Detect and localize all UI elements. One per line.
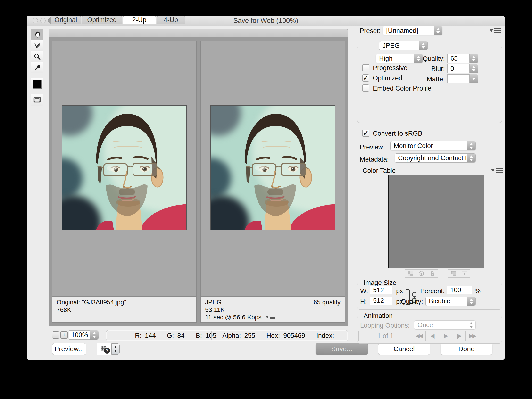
r-value: 144 bbox=[145, 332, 156, 340]
height-input[interactable] bbox=[370, 297, 392, 305]
optimized-checkbox[interactable]: ✓ bbox=[362, 74, 369, 82]
hex-value: 905469 bbox=[283, 332, 305, 340]
blur-input[interactable] bbox=[447, 64, 470, 73]
browser-list-stepper[interactable] bbox=[111, 343, 120, 355]
last-frame-button: ▶▶ bbox=[466, 331, 479, 341]
tab-original[interactable]: Original bbox=[50, 16, 81, 24]
hand-icon bbox=[33, 30, 41, 38]
percent-unit: % bbox=[475, 287, 481, 295]
quality-stepper-icon[interactable] bbox=[470, 54, 478, 63]
convert-srgb-checkbox[interactable]: ✓ bbox=[362, 130, 369, 137]
original-info-bar: Original: "GJ3A8954.jpg" 768K bbox=[52, 296, 196, 322]
slices-visibility-icon bbox=[33, 96, 41, 104]
preset-select[interactable]: [Unnamed] bbox=[383, 26, 442, 35]
zoom-in-button[interactable]: + bbox=[60, 331, 68, 339]
browser-preview-select-button[interactable]: ? bbox=[97, 343, 111, 355]
cancel-button[interactable]: Cancel bbox=[378, 343, 430, 355]
tab-4up[interactable]: 4-Up bbox=[157, 16, 185, 24]
g-label: G: bbox=[167, 332, 174, 340]
current-color-swatch bbox=[33, 80, 42, 89]
percent-label: Percent: bbox=[415, 287, 445, 295]
new-page-icon bbox=[451, 271, 456, 276]
original-preview-panel[interactable]: Original: "GJ3A8954.jpg" 768K bbox=[52, 41, 197, 323]
embed-color-profile-checkbox[interactable] bbox=[362, 84, 369, 92]
optimized-preview-panel[interactable]: JPEG 65 quality 53.11K 11 sec @ 56.6 Kbp… bbox=[200, 41, 345, 323]
color-table-menu-icon[interactable] bbox=[490, 168, 504, 173]
progressive-checkbox[interactable] bbox=[362, 64, 369, 71]
tab-2up[interactable]: 2-Up bbox=[123, 16, 156, 24]
original-image-area[interactable] bbox=[52, 41, 196, 296]
color-table-title: Color Table bbox=[360, 167, 398, 175]
preview-in-browser-button[interactable]: Preview... bbox=[52, 343, 86, 355]
preview-mode-select[interactable]: Monitor Color bbox=[390, 141, 476, 150]
trash-icon bbox=[462, 271, 467, 276]
blur-stepper-field bbox=[447, 64, 478, 73]
optimized-info-bar: JPEG 65 quality 53.11K 11 sec @ 56.6 Kbp… bbox=[201, 296, 345, 322]
optimized-format: JPEG bbox=[205, 299, 222, 306]
color-table-toolbar-2 bbox=[448, 269, 470, 278]
width-input[interactable] bbox=[370, 286, 392, 294]
new-color-button[interactable] bbox=[448, 269, 459, 278]
readout-divider bbox=[211, 331, 212, 340]
zoom-out-button[interactable]: − bbox=[52, 331, 59, 339]
save-button[interactable]: Save... bbox=[316, 343, 368, 355]
slice-select-tool-button[interactable] bbox=[31, 40, 43, 51]
quality-label: Quality: bbox=[416, 55, 445, 63]
matte-dropdown-icon[interactable] bbox=[470, 74, 478, 83]
quality-stepper-field bbox=[447, 54, 478, 63]
toggle-slices-visibility-button[interactable] bbox=[31, 94, 43, 106]
download-speed-menu-icon[interactable] bbox=[266, 316, 275, 319]
rgb-readout: R: 144 G: 84 B: 105 bbox=[135, 332, 216, 340]
image-size-title: Image Size bbox=[361, 279, 399, 287]
resample-quality-select[interactable]: Bicubic bbox=[425, 297, 476, 306]
hand-tool-button[interactable] bbox=[31, 29, 43, 40]
eyedropper-tool-button[interactable] bbox=[31, 62, 43, 73]
lock-icon bbox=[429, 271, 435, 276]
g-value: 84 bbox=[177, 332, 185, 340]
color-readout-bar: R: 144 G: 84 B: 105 Alpha: 255 Hex: 9054… bbox=[106, 330, 348, 341]
web-shift-button[interactable] bbox=[416, 269, 427, 278]
toolbar-divider bbox=[30, 76, 45, 76]
progressive-label: Progressive bbox=[373, 64, 407, 72]
zoom-level-stepper[interactable] bbox=[90, 330, 99, 340]
slice-select-icon bbox=[33, 42, 41, 49]
percent-input[interactable] bbox=[447, 286, 472, 294]
eyedropper-color-swatch[interactable] bbox=[31, 78, 43, 90]
zoom-tool-button[interactable] bbox=[31, 51, 43, 62]
tab-optimized[interactable]: Optimized bbox=[82, 16, 122, 24]
play-button: ▶ bbox=[439, 331, 452, 341]
preview-frame: Original: "GJ3A8954.jpg" 768K JPEG 65 qu… bbox=[49, 37, 348, 326]
original-filename: Original: "GJ3A8954.jpg" bbox=[57, 299, 192, 306]
eyedropper-icon bbox=[33, 64, 41, 72]
color-table-grid[interactable] bbox=[388, 175, 484, 268]
metadata-select[interactable]: Copyright and Contact Info bbox=[395, 153, 476, 163]
delete-color-button[interactable] bbox=[459, 269, 470, 278]
next-frame-button: |▶ bbox=[452, 331, 466, 341]
zoom-level-field[interactable] bbox=[69, 330, 90, 340]
optimized-quality: 65 quality bbox=[314, 299, 341, 306]
looping-options-value: Once bbox=[414, 321, 467, 329]
blur-label: Blur: bbox=[416, 65, 445, 73]
optimized-image-area[interactable] bbox=[201, 41, 345, 296]
alpha-hex-readout: Alpha: 255 Hex: 905469 Index: -- bbox=[222, 332, 342, 340]
done-button[interactable]: Done bbox=[441, 343, 492, 355]
optimized-download-time: 11 sec @ 56.6 Kbps bbox=[205, 314, 262, 321]
resample-quality-label: Quality: bbox=[394, 298, 423, 306]
matte-input[interactable] bbox=[447, 74, 470, 83]
metadata-label: Metadata: bbox=[360, 156, 389, 163]
preset-menu-icon[interactable] bbox=[490, 28, 501, 33]
metadata-stepper-icon bbox=[467, 154, 475, 162]
width-unit: px bbox=[396, 287, 403, 295]
preset-hairline bbox=[445, 31, 489, 31]
original-filesize: 768K bbox=[57, 306, 192, 314]
alpha-label: Alpha: bbox=[222, 332, 241, 340]
quality-input[interactable] bbox=[447, 54, 470, 63]
map-transparency-button[interactable] bbox=[405, 269, 416, 278]
optimized-photo bbox=[211, 106, 335, 230]
blur-stepper-icon[interactable] bbox=[470, 64, 478, 73]
lock-color-button[interactable] bbox=[427, 269, 438, 278]
preview-mode-label: Preview: bbox=[360, 143, 385, 151]
format-select[interactable]: JPEG bbox=[379, 41, 428, 50]
b-value: 105 bbox=[205, 332, 216, 340]
height-label: H: bbox=[360, 298, 367, 306]
